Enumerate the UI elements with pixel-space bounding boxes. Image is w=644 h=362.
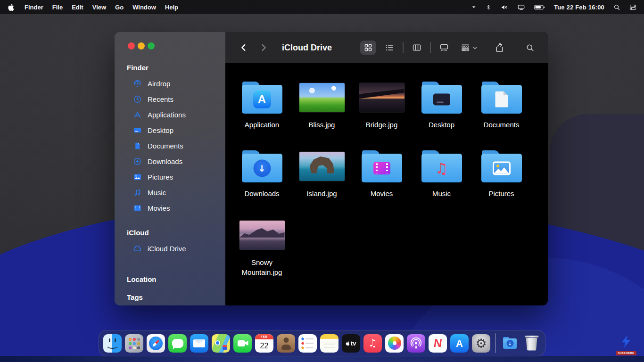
sidebar-item-desktop[interactable]: Desktop: [132, 123, 225, 138]
dock-item-photos[interactable]: [385, 334, 404, 353]
dock-item-system-preferences[interactable]: ⚙: [472, 334, 490, 353]
window-sidebar: Finder Airdrop Recents: [115, 32, 225, 305]
sidebar-item-recents[interactable]: Recents: [132, 91, 225, 107]
sidebar-item-label: Recents: [148, 95, 173, 103]
dock-item-calendar[interactable]: FEB22: [255, 334, 273, 353]
status-icon-control-center[interactable]: [629, 4, 636, 11]
sidebar-section-location[interactable]: Location: [127, 275, 225, 283]
file-pictures[interactable]: Pictures: [471, 146, 531, 215]
traffic-lights: [115, 42, 225, 49]
view-button-list-view[interactable]: [381, 41, 397, 55]
dock-item-maps[interactable]: [212, 334, 230, 353]
sidebar-item-music[interactable]: Music: [132, 185, 225, 200]
minimize-button[interactable]: [138, 42, 145, 49]
wallpaper-bottom-strip: [0, 356, 644, 362]
menubar-clock[interactable]: Tue 22 Feb 16:00: [554, 4, 604, 11]
dock-item-notes[interactable]: [320, 334, 339, 353]
file-application[interactable]: A Application: [232, 77, 292, 146]
toolbar-search[interactable]: [526, 43, 535, 52]
file-music[interactable]: ♫ Music: [412, 146, 471, 215]
sidebar-item-airdrop[interactable]: Airdrop: [132, 76, 225, 91]
file-label: Movies: [371, 189, 393, 198]
menu-file[interactable]: File: [52, 4, 63, 11]
file-label: Island.jpg: [306, 189, 337, 198]
file-documents[interactable]: Documents: [471, 77, 531, 146]
view-button-gallery-view[interactable]: [436, 41, 452, 55]
dock-item-app-store[interactable]: A: [450, 334, 469, 353]
file-icon: [481, 77, 522, 118]
sidebar-item-icon: [132, 173, 142, 181]
dock-item-reminders[interactable]: [298, 334, 317, 353]
file-label: Downloads: [244, 189, 279, 198]
sidebar-item-movies[interactable]: Movies: [132, 200, 225, 216]
view-button-group-by[interactable]: [457, 41, 481, 55]
file-desktop[interactable]: Desktop: [412, 77, 471, 146]
sidebar-item-label: Desktop: [148, 126, 173, 134]
menu-window[interactable]: Window: [132, 4, 156, 11]
file-downloads[interactable]: ↓ Downloads: [232, 146, 292, 215]
sidebar-item-icon: [132, 95, 142, 104]
dock-item-safari[interactable]: [147, 334, 165, 353]
file-label: Snowy Mountain.jpg: [234, 257, 290, 277]
window-main: iCloud Drive: [225, 32, 548, 305]
menu-edit[interactable]: Edit: [72, 4, 83, 11]
menu-view[interactable]: View: [92, 4, 106, 11]
forward-button[interactable]: [258, 42, 269, 53]
dock-item-contacts[interactable]: [277, 334, 295, 353]
sidebar-item-label: Music: [148, 189, 166, 197]
dock-item-downloads-folder[interactable]: ↓: [501, 334, 519, 353]
dock-item-mail[interactable]: [190, 334, 208, 353]
menu-finder[interactable]: Finder: [25, 4, 43, 11]
sidebar-item-label: Movies: [148, 204, 170, 212]
dock-item-finder[interactable]: [103, 334, 122, 353]
sidebar-item-label: Pictures: [148, 173, 173, 181]
file-snowy-mountain-jpg[interactable]: Snowy Mountain.jpg: [232, 215, 292, 284]
dock-item-facetime[interactable]: [233, 334, 252, 353]
file-bridge-jpg[interactable]: Bridge.jpg: [352, 77, 412, 146]
subscribe-badge: SUBSCRIBE: [616, 351, 636, 355]
file-label: Bridge.jpg: [366, 120, 398, 130]
zoom-button[interactable]: [148, 42, 155, 49]
dock-item-divider: [494, 333, 497, 353]
status-icon-chevron-down[interactable]: [471, 4, 477, 10]
menu-help[interactable]: Help: [165, 4, 178, 11]
sidebar-item-icloud-drive[interactable]: iCloud Drive: [132, 241, 225, 256]
sidebar-item-documents[interactable]: Documents: [132, 138, 225, 154]
sidebar-section-tags[interactable]: Tags: [127, 293, 225, 301]
status-icon-volume-muted[interactable]: [500, 4, 508, 11]
status-icon-battery[interactable]: [534, 4, 545, 10]
close-button[interactable]: [128, 42, 135, 49]
sidebar-item-icon: [132, 110, 142, 119]
status-icon-search[interactable]: [613, 4, 620, 11]
sidebar-section-finder: Finder: [127, 64, 225, 72]
menu-go[interactable]: Go: [115, 4, 124, 11]
file-bliss-jpg[interactable]: Bliss.jpg: [292, 77, 352, 146]
file-icon: [362, 146, 402, 187]
file-icon: [299, 77, 345, 118]
file-island-jpg[interactable]: Island.jpg: [292, 146, 352, 215]
status-icon-screen-mirroring[interactable]: [517, 4, 525, 11]
view-button-grid-view[interactable]: [360, 41, 376, 55]
channel-watermark: SUBSCRIBE: [616, 334, 636, 355]
sidebar-item-pictures[interactable]: Pictures: [132, 169, 225, 185]
file-movies[interactable]: Movies: [352, 146, 412, 215]
sidebar-item-downloads[interactable]: Downloads: [132, 154, 225, 169]
dock-item-messages[interactable]: [168, 334, 187, 353]
dock-item-music[interactable]: ♫: [363, 334, 382, 353]
sidebar-item-label: Documents: [148, 142, 183, 150]
status-icon-bluetooth[interactable]: [486, 4, 491, 11]
file-icon: [299, 146, 345, 187]
dock-item-news[interactable]: N: [429, 334, 447, 353]
dock-item-trash[interactable]: [522, 334, 541, 353]
dock-item-launchpad[interactable]: [125, 334, 143, 353]
toolbar-share[interactable]: [495, 43, 504, 53]
back-button[interactable]: [239, 42, 249, 53]
view-button-columns-view[interactable]: [409, 41, 425, 55]
sidebar-finder-list: Airdrop Recents Applications: [127, 76, 225, 216]
file-label: Pictures: [488, 189, 514, 198]
sidebar-item-applications[interactable]: Applications: [132, 107, 225, 123]
dock-item-apple-tv[interactable]: tv: [342, 334, 360, 353]
file-icon: [359, 77, 405, 118]
apple-logo-icon[interactable]: [8, 3, 15, 11]
dock-item-podcasts[interactable]: [407, 334, 425, 353]
